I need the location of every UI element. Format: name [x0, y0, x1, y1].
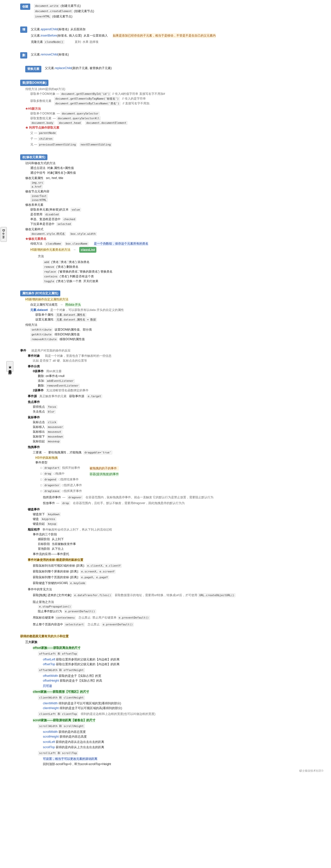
- client-family-header: client家族——获取图形【可视区】的尺寸: [33, 690, 326, 694]
- mouse-events-section: 鼠标事件 鼠标点击 click 鼠标移入 mouseover 鼠标移出 mous…: [28, 415, 326, 443]
- get-by-class: document.getElementsByClassName('类名') //…: [54, 101, 150, 106]
- events-main-header: 事件 就是用户对页面的操作的反应: [20, 348, 326, 353]
- event-phases: 事件流的三个阶段 捕获阶段 从上到下 目标阶段 当前被触发发件事 冒泡阶段 从下…: [33, 532, 326, 551]
- attribute-header: 属性操作 (针对自定义属性): [20, 290, 326, 296]
- add-note: 如果是添加已经存在的子元素，相当于是移动，不管是不是在自己的父元素内: [113, 33, 216, 38]
- modify-src: 修改元素属性 src, href, title img.src a.href: [25, 176, 326, 188]
- offsettop-desc: offsetTop 获取位置所参照的父级元素的【内边框】的距离: [43, 662, 326, 666]
- query-h5-single: 获取单个DOM对象 — document.querySelector: [30, 112, 326, 116]
- offset-family-header: offset家族——获取距离自身的尺寸: [33, 646, 326, 650]
- dragend-event: dragend: [43, 477, 57, 482]
- query-node-header: ★ 利用节点操作获取元素: [25, 126, 326, 130]
- position-size-section: 获得的都是跟元素有关的大小和位置 三大家族 offset家族——获取距离自身的尺…: [20, 634, 326, 766]
- classlist-replace: replace ('被替换的类名','替换的新类名') 替换类名: [43, 270, 326, 274]
- client-family-label: client家族——获取图形【可视区】的尺寸: [33, 690, 89, 694]
- create-section: 创建 document.write (创建元素节点) document.crea…: [20, 3, 326, 19]
- modify-content-methods: innerText innerHTML: [30, 194, 326, 202]
- drag-events-type: 事件类型: [35, 461, 48, 465]
- offsetwidth-height-row: offsetWidth 和 offsetHeight: [38, 668, 326, 672]
- del-section: 删 父元素.removeChild(标签名): [20, 52, 326, 59]
- drag-item-annotation: 被拖拽的的子的事件: [90, 466, 119, 471]
- dragleave-desc: □指挥离开事件: [62, 489, 82, 493]
- attribute-trad-header: 传统方法: [25, 323, 326, 327]
- keycode-desc: 获取键盘下按键的ASCII码: [33, 581, 68, 585]
- modify-content-label: 修改节点元素内容: [25, 189, 50, 194]
- event-obj-example: 比如 是否按了 alt 键、鼠标点击的位置等: [33, 359, 326, 363]
- offsetheight-desc: offsetHeight 获取的是盒子【实际占用】的高: [43, 679, 326, 683]
- query-selector: document.querySelector: [61, 112, 100, 116]
- modify-form-header: 修改表单元素: [25, 203, 326, 207]
- select-start-label: 禁止整个页面内容选中: [33, 622, 63, 627]
- del-label: 删: [20, 52, 27, 59]
- event-source-label: 事件源: [28, 394, 37, 398]
- query-trad-header: 传统方法 (dom提供的api方法): [25, 87, 326, 91]
- keycode-row: 获取键盘下按键的ASCII码 e.keyCode: [33, 581, 326, 585]
- drag-events-type-label: 事件类型: [35, 461, 326, 465]
- screenxy-row: 获取鼠标到整个屏幕的坐标 (距离): e.screenX, e.screenY: [33, 569, 326, 574]
- get-by-id: document.getElementById('id'): [60, 92, 111, 96]
- attribute-trad-methods: setAttribute 设置DOM的属性值、部分填 getAttribute …: [30, 328, 326, 341]
- event-target-header: 事件对象使用的坐标:都是获得的鼠标位置: [28, 558, 326, 562]
- level0-label: 0级事件: [33, 369, 43, 373]
- select-start-code: selectstart: [64, 623, 85, 626]
- keypress-event: 键盘 keypress: [33, 517, 326, 521]
- classname-prop: className: [45, 242, 62, 246]
- next-sibling: nextElementSibling: [80, 143, 112, 147]
- form-value: 获取表单元素(单标签)的文本 value: [30, 208, 326, 212]
- modify-visit-methods: 通过点语法 对象.属性名=属性值 通过中括号 对象['属性名']=属性值: [30, 166, 326, 175]
- three-elements-header: 三要素 → 要给拖拽属性，才能拖拽 draggable='true': [33, 451, 326, 455]
- level0-header: 0级事件 用on来注册: [33, 369, 326, 373]
- modify-header: 改(修改元素属性): [20, 154, 326, 160]
- drop-row: 投放事件 — drop 在容器范围内，且松手。默认不触发，需要用dragover…: [43, 501, 326, 505]
- select-start-section: 禁止整个页面内容选中 selectstart 怎么禁止: e.preventDe…: [33, 622, 326, 627]
- event-files-code: e.dataTransfer.files(): [73, 593, 112, 597]
- modify-content: 修改节点元素内容 innerText innerHTML: [25, 189, 326, 202]
- offsetleft-desc: offsetLeft 获取位置所参照的父级元素的【内边框】的距离: [43, 657, 326, 662]
- scrollleft-top-row: scrollLeft 和 scrollTop: [38, 751, 326, 755]
- attribute-label: 属性操作 (针对自定义属性): [20, 290, 60, 296]
- drag-event: drag: [43, 472, 52, 475]
- modify-src-examples: img.src a.href: [30, 181, 326, 188]
- attribute-h5: H5新增的操作自定义属性的方法 自定义属性写法规范 → 用data-开头 元素.…: [25, 297, 326, 322]
- add-header-row: 增 父元素.appendChild(标签名) 从后面添加 父元素.insertB…: [20, 27, 326, 45]
- add-item-2: 父元素.insertBefore(标签名, 插入位置) 从某一位置前插入 如果是…: [31, 33, 216, 38]
- mouse-label: 鼠标事件: [28, 415, 40, 420]
- keycode-code: e.keyCode: [69, 581, 86, 585]
- scrolltop: scrollTop 获得的是内容从上方出去出去的距离: [43, 745, 326, 749]
- modify-class-label: ★修改元素类名: [25, 237, 47, 241]
- focus-label: 焦点事件: [28, 400, 40, 404]
- query-section: 查(获取DOM对象) 传统方法 (dom提供的api方法) 获取单个DOM对象 …: [20, 80, 326, 147]
- select-start-desc: 怎么禁止:: [88, 622, 100, 627]
- query-node: ★ 利用节点操作获取元素 父 — parentNode 子 — children…: [25, 126, 326, 147]
- client-family: client家族——获取图形【可视区】的尺寸 clientWidth 和 cli…: [33, 690, 326, 717]
- query-label: 查(获取DOM对象): [20, 80, 49, 86]
- context-menu-row: 用鼠标右键菜单 contextmenu 怎么禁止: 禁止用户右键菜单 e.pre…: [33, 616, 326, 620]
- modify-class-trad: 传统方法 className box.className 是一个伪数组，保存这个…: [30, 242, 326, 246]
- offsetleft-top-desc: offsetLeft 获取位置所参照的父级元素的【内边框】的距离 offsetT…: [43, 657, 326, 666]
- scroll-family: scroll家族——获取滚动距离【被卷去】的尺寸 scrollWidth 和 s…: [33, 718, 326, 766]
- drag-start-row: □ dragstart 指挥开始事件: [40, 466, 82, 470]
- classlist-contains: contains ('类名') 判断是否有这个类: [43, 274, 326, 279]
- modify-src-props: src, href, title: [46, 176, 63, 180]
- event-phases-list: 捕获阶段 从上到下 目标阶段 当前被触发发件事 冒泡阶段 从下往上: [38, 537, 326, 551]
- create-items: document.write (创建元素节点) document.createE…: [34, 3, 94, 19]
- classlist-h5-label-row: H5新增的操作元素类名的方法 → classList: [30, 247, 326, 253]
- dom-main-label: Dom: [0, 227, 7, 242]
- drag-item-col: □ dragstart 指挥开始事件 □ drag □拖拽中: [40, 465, 82, 494]
- form-selected: 下拉菜单是否选中 selected: [30, 222, 326, 226]
- offsetleft-top-row: offsetLeft 和 offsetTop: [38, 652, 326, 656]
- drag-events-section: 拖拽事件 三要素 → 要给拖拽属性，才能拖拽 draggable='true' …: [28, 445, 326, 506]
- clientwidth-height-desc: clientWidth 得到的是盒子可以可视区域的宽(看得到的部分) clien…: [43, 701, 326, 710]
- dataset-get: 获取单个属性: 元素.dataset.属性名: [35, 313, 326, 317]
- clientleft-top: clientLeft 和 clientTop: [38, 712, 78, 716]
- form-disabled: 是否禁用 disabled: [30, 212, 326, 217]
- del-items: 父元素.removeChild(标签名): [31, 52, 69, 57]
- focus-header: 焦点事件: [28, 400, 326, 404]
- modify-form-methods: 获取表单元素(单标签)的文本 value 是否禁用 disabled 单选、复选…: [30, 208, 326, 226]
- level0-remove: 删除: removeEventListener: [38, 383, 326, 388]
- target-phase: 目标阶段 当前被触发发件事: [38, 542, 326, 546]
- clientleft-top-row: clientLeft 和 clientTop 得到的是左边框和上边框的宽度(也可…: [38, 712, 326, 716]
- dragenter-desc: □指挥进入事件: [62, 483, 82, 488]
- offset-readonly: 只可读: [43, 684, 326, 688]
- pagexy-row: 获取鼠标到整个页面的坐标 (距离): e.pageX, e.pageY: [33, 575, 326, 580]
